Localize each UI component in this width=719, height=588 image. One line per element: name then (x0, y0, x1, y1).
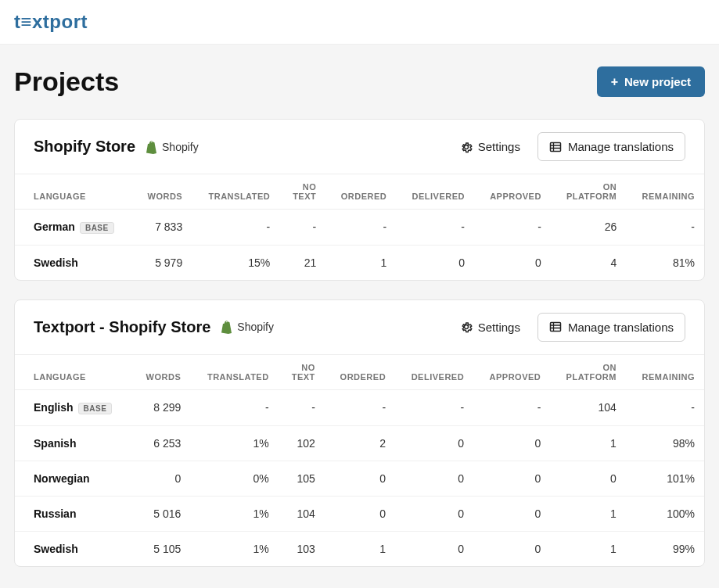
table-row[interactable]: Swedish5 97915%21100481% (15, 245, 704, 280)
plus-icon: + (611, 76, 618, 88)
cell-delivered: - (395, 389, 473, 425)
table-row[interactable]: GermanBASE7 833-----26- (15, 210, 704, 246)
language-name: Swedish (34, 256, 78, 269)
table-row[interactable]: Norwegian00%1050000101% (15, 461, 704, 496)
languages-table: LANGUAGEWORDSTRANSLATEDNOTEXTORDEREDDELI… (15, 354, 704, 566)
manage-translations-button[interactable]: Manage translations (537, 313, 685, 342)
col-no_text: NOTEXT (279, 354, 325, 389)
languages-table: LANGUAGEWORDSTRANSLATEDNOTEXTORDEREDDELI… (15, 174, 704, 280)
shopify-icon (145, 140, 157, 154)
project-card: Textport - Shopify Store Shopify Setting… (14, 299, 705, 567)
cell-approved: - (474, 210, 551, 246)
cell-approved: 0 (473, 531, 550, 566)
manage-translations-button[interactable]: Manage translations (537, 132, 685, 161)
cell-ordered: - (325, 210, 396, 246)
col-delivered: DELIVERED (395, 354, 473, 389)
cell-ordered: 0 (325, 496, 395, 531)
cell-on_platform: 1 (550, 531, 626, 566)
new-project-button[interactable]: + New project (597, 66, 705, 97)
cell-on_platform: 104 (550, 389, 626, 425)
cell-translated: 1% (190, 496, 278, 531)
settings-label: Settings (478, 140, 520, 153)
cell-no_text: 105 (279, 461, 325, 496)
cell-ordered: 0 (325, 461, 395, 496)
cell-no_text: 102 (279, 425, 325, 461)
language-name: Russian (34, 507, 76, 520)
col-language: LANGUAGE (15, 174, 133, 210)
new-project-label: New project (624, 75, 691, 88)
cell-approved: 0 (474, 245, 551, 280)
cell-no_text: - (279, 389, 325, 425)
cell-delivered: 0 (395, 531, 473, 566)
cell-language: GermanBASE (15, 210, 133, 246)
page-title: Projects (14, 66, 119, 97)
cell-ordered: - (325, 389, 395, 425)
platform-label: Shopify (162, 141, 199, 153)
page-header: Projects + New project (14, 66, 705, 97)
cell-translated: 1% (190, 425, 278, 461)
cell-translated: - (192, 210, 279, 246)
cell-delivered: 0 (395, 461, 473, 496)
cell-remaining: - (626, 389, 704, 425)
topbar: t≡xtport (0, 0, 719, 45)
shopify-icon (220, 320, 232, 334)
cell-no_text: 104 (279, 496, 325, 531)
col-translated: TRANSLATED (190, 354, 278, 389)
table-row[interactable]: Russian5 0161%1040001100% (15, 496, 704, 531)
cell-words: 7 833 (133, 210, 192, 246)
cell-approved: 0 (473, 461, 550, 496)
col-translated: TRANSLATED (192, 174, 279, 210)
project-title: Textport - Shopify Store (34, 318, 210, 336)
cell-approved: - (473, 389, 550, 425)
col-language: LANGUAGE (15, 354, 131, 389)
cell-translated: 15% (192, 245, 279, 280)
list-icon (549, 141, 562, 153)
cell-ordered: 1 (325, 245, 396, 280)
col-words: WORDS (131, 354, 190, 389)
project-header: Textport - Shopify Store Shopify Setting… (15, 300, 704, 354)
cell-language: Swedish (15, 531, 131, 566)
cell-on_platform: 1 (550, 496, 626, 531)
cell-words: 5 016 (131, 496, 190, 531)
settings-button[interactable]: Settings (452, 314, 528, 340)
cell-remaining: 100% (626, 496, 704, 531)
col-ordered: ORDERED (325, 354, 395, 389)
cell-approved: 0 (473, 496, 550, 531)
cell-language: Russian (15, 496, 131, 531)
language-name: Spanish (34, 437, 76, 450)
col-on_platform: ONPLATFORM (550, 354, 626, 389)
cell-language: Norwegian (15, 461, 131, 496)
table-row[interactable]: Spanish6 2531%102200198% (15, 425, 704, 461)
col-remaining: REMAINING (626, 174, 704, 210)
cell-no_text: 103 (279, 531, 325, 566)
cell-words: 5 979 (133, 245, 192, 280)
cell-words: 6 253 (131, 425, 190, 461)
cell-translated: 1% (190, 531, 278, 566)
cell-language: EnglishBASE (15, 389, 131, 425)
cell-delivered: - (396, 210, 474, 246)
col-on_platform: ONPLATFORM (551, 174, 626, 210)
platform-tag: Shopify (220, 320, 274, 334)
table-row[interactable]: Swedish5 1051%103100199% (15, 531, 704, 566)
list-icon (549, 321, 562, 333)
cell-translated: - (190, 389, 278, 425)
col-delivered: DELIVERED (396, 174, 474, 210)
cell-remaining: 81% (626, 245, 704, 280)
settings-button[interactable]: Settings (452, 134, 528, 160)
cell-on_platform: 26 (551, 210, 626, 246)
platform-label: Shopify (237, 321, 274, 333)
brand-logo[interactable]: t≡xtport (14, 11, 88, 32)
cell-delivered: 0 (395, 425, 473, 461)
cell-on_platform: 0 (550, 461, 626, 496)
col-no_text: NOTEXT (279, 174, 325, 210)
platform-tag: Shopify (145, 140, 199, 154)
cell-remaining: - (626, 210, 704, 246)
cell-delivered: 0 (396, 245, 474, 280)
base-badge: BASE (78, 403, 113, 414)
cell-no_text: 21 (279, 245, 325, 280)
table-row[interactable]: EnglishBASE8 299-----104- (15, 389, 704, 425)
cell-on_platform: 4 (551, 245, 626, 280)
project-title: Shopify Store (34, 138, 135, 156)
manage-label: Manage translations (568, 140, 674, 153)
language-name: Swedish (34, 543, 78, 555)
